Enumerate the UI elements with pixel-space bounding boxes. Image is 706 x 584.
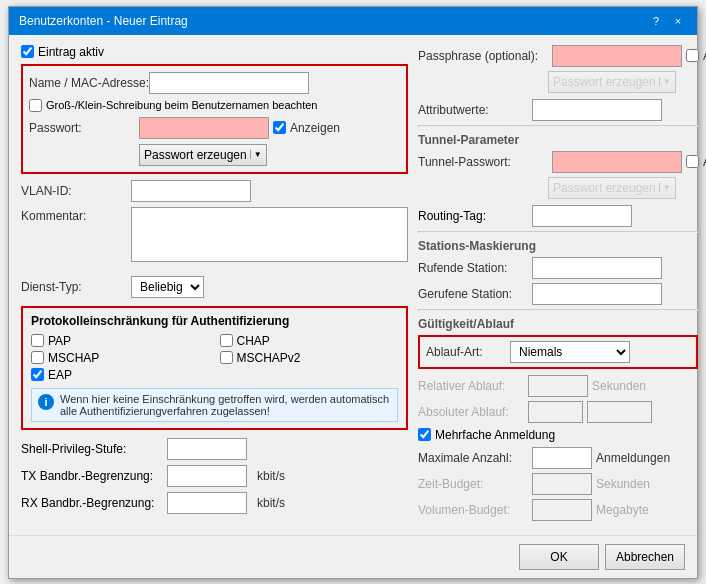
tunnel-erzeugen-button[interactable]: Passwort erzeugen ▼ [548,177,676,199]
mehrfache-label: Mehrfache Anmeldung [435,428,555,442]
attributwerte-row: Attributwerte: [418,99,698,121]
routing-input[interactable]: 0 [532,205,632,227]
zeit-label: Zeit-Budget: [418,477,528,491]
routing-label: Routing-Tag: [418,209,528,223]
pap-checkbox[interactable] [31,334,44,347]
tunnel-passwort-input[interactable] [552,151,682,173]
mehrfache-row: Mehrfache Anmeldung [418,428,698,442]
dialog-body: Eintrag aktiv Name / MAC-Adresse: benutz… [9,35,697,535]
proto-checks: PAP CHAP MSCHAP MSCHAPv2 [31,334,398,382]
passphrase-erzeugen-arrow: ▼ [659,77,671,86]
rufende-input[interactable] [532,257,662,279]
eintrag-aktiv-checkbox[interactable] [21,45,34,58]
close-button[interactable]: × [669,13,687,29]
passwort-label: Passwort: [29,121,139,135]
dienst-label: Dienst-Typ: [21,280,131,294]
title-bar: Benutzerkonten - Neuer Eintrag ? × [9,7,697,35]
eap-checkbox[interactable] [31,368,44,381]
volumen-row: Volumen-Budget: 0 Megabyte [418,499,698,521]
tunnel-passwort-row: Tunnel-Passwort: Anzeigen [418,151,698,173]
absoluter-time-input: 00 : 00 : 00 [587,401,652,423]
passwort-input-group: passwort Anzeigen [139,117,400,139]
rx-label: RX Bandbr.-Begrenzung: [21,496,161,510]
passwort-erzeugen-button[interactable]: Passwort erzeugen ▼ [139,144,267,166]
ablauf-box: Ablauf-Art: Niemals [418,335,698,369]
gerufene-input[interactable] [532,283,662,305]
gueltig-title: Gültigkeit/Ablauf [418,317,698,331]
gross-klein-checkbox[interactable] [29,99,42,112]
volumen-input: 0 [532,499,592,521]
chap-checkbox[interactable] [220,334,233,347]
divider3 [418,309,698,311]
maximale-row: Maximale Anzahl: 0 Anmeldungen [418,447,698,469]
kommentar-label: Kommentar: [21,209,131,223]
name-row: Name / MAC-Adresse: benutzer [29,72,400,94]
passwort-input[interactable]: passwort [139,117,269,139]
passwort-anzeigen-label: Anzeigen [290,121,400,135]
zeit-row: Zeit-Budget: 0 Sekunden [418,473,698,495]
passphrase-row: Passphrase (optional): Anzeigen [418,45,698,67]
routing-row: Routing-Tag: 0 [418,205,698,227]
maximale-input[interactable]: 0 [532,447,592,469]
relativer-label: Relativer Ablauf: [418,379,528,393]
gross-klein-row: Groß-/Klein-Schreibung beim Benutzername… [29,99,400,112]
tx-input[interactable]: 0 [167,465,247,487]
mschapv2-checkbox[interactable] [220,351,233,364]
tunnel-anzeigen-checkbox[interactable] [686,155,699,168]
eintrag-aktiv-row: Eintrag aktiv [21,45,408,59]
tx-label: TX Bandbr.-Begrenzung: [21,469,161,483]
passwort-row: Passwort: passwort Anzeigen [29,117,400,139]
dialog-footer: OK Abbrechen [9,535,697,578]
absoluter-row: Absoluter Ablauf: . . 00 : 00 : 00 [418,401,698,423]
name-input[interactable]: benutzer [149,72,309,94]
pap-label: PAP [48,334,71,348]
vlanid-input[interactable]: 0 [131,180,251,202]
vlan-row: VLAN-ID: 0 [21,180,408,202]
ablauf-art-select[interactable]: Niemals [510,341,630,363]
shell-input[interactable]: 0 [167,438,247,460]
ok-button[interactable]: OK [519,544,599,570]
passphrase-erzeugen-button[interactable]: Passwort erzeugen ▼ [548,71,676,93]
title-buttons: ? × [647,13,687,29]
divider2 [418,231,698,233]
relativer-input: 0 [528,375,588,397]
passphrase-gen-row: Passwort erzeugen ▼ [548,71,698,93]
maximale-label: Maximale Anzahl: [418,451,528,465]
passphrase-anzeigen-checkbox[interactable] [686,49,699,62]
passphrase-label: Passphrase (optional): [418,49,548,63]
proto-title: Protokolleinschränkung für Authentifizie… [31,314,398,328]
ablauf-art-label: Ablauf-Art: [426,345,506,359]
tx-row: TX Bandbr.-Begrenzung: 0 kbit/s [21,465,408,487]
attributwerte-input[interactable] [532,99,662,121]
ablauf-art-row: Ablauf-Art: Niemals [426,341,690,363]
mschap-checkbox[interactable] [31,351,44,364]
tunnel-passwort-label: Tunnel-Passwort: [418,155,548,169]
dialog-title: Benutzerkonten - Neuer Eintrag [19,14,188,28]
zeit-unit: Sekunden [596,477,650,491]
dienst-select[interactable]: Beliebig [131,276,204,298]
kommentar-wrap [131,207,408,265]
tunnel-gen-row: Passwort erzeugen ▼ [548,177,698,199]
eap-item: EAP [31,368,210,382]
right-column: Passphrase (optional): Anzeigen Passwort… [418,45,698,525]
shell-label: Shell-Privileg-Stufe: [21,442,161,456]
help-button[interactable]: ? [647,13,665,29]
info-icon: i [38,394,54,410]
passphrase-input[interactable] [552,45,682,67]
left-column: Eintrag aktiv Name / MAC-Adresse: benutz… [21,45,408,525]
vlanid-label: VLAN-ID: [21,184,131,198]
rx-input[interactable]: 0 [167,492,247,514]
gerufene-label: Gerufene Station: [418,287,528,301]
eintrag-aktiv-label: Eintrag aktiv [38,45,104,59]
main-dialog: Benutzerkonten - Neuer Eintrag ? × Eintr… [8,6,698,579]
mehrfache-checkbox[interactable] [418,428,431,441]
tunnel-erzeugen-label: Passwort erzeugen [553,181,656,195]
divider1 [418,125,698,127]
passwort-anzeigen-checkbox[interactable] [273,121,286,134]
name-passwort-section: Name / MAC-Adresse: benutzer Groß-/Klein… [21,64,408,174]
kommentar-textarea[interactable] [131,207,408,262]
zeit-input: 0 [532,473,592,495]
tx-unit: kbit/s [257,469,285,483]
maximale-unit: Anmeldungen [596,451,670,465]
abbrechen-button[interactable]: Abbrechen [605,544,685,570]
